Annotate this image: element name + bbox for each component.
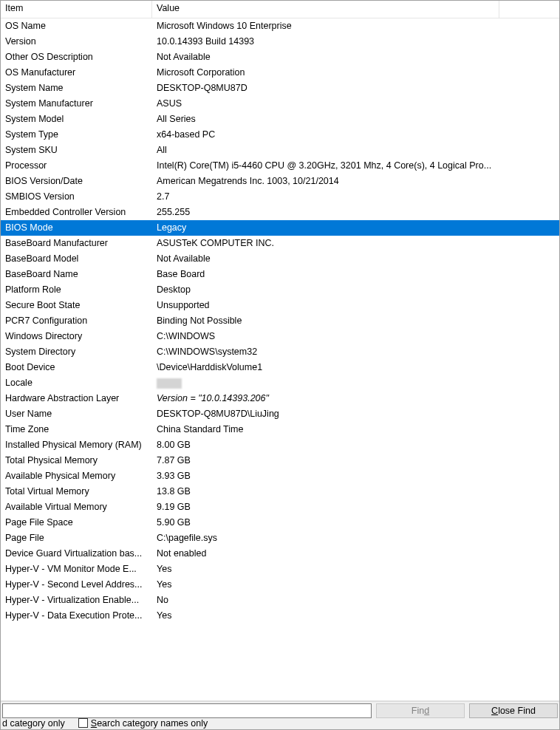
value-cell: Binding Not Possible	[152, 313, 559, 329]
table-row[interactable]: User NameDESKTOP-Q8MU87D\LiuJing	[1, 406, 559, 422]
item-cell: Available Physical Memory	[1, 468, 152, 484]
find-button[interactable]: Find	[376, 703, 465, 718]
table-row[interactable]: Boot Device\Device\HarddiskVolume1	[1, 360, 559, 375]
item-cell: Windows Directory	[1, 329, 152, 344]
table-row[interactable]: BaseBoard ManufacturerASUSTeK COMPUTER I…	[1, 236, 559, 251]
item-cell: Platform Role	[1, 282, 152, 298]
value-cell: Intel(R) Core(TM) i5-4460 CPU @ 3.20GHz,…	[152, 158, 559, 174]
column-header-value[interactable]: Value	[152, 1, 499, 18]
value-cell: All	[152, 143, 559, 158]
table-row[interactable]: System DirectoryC:\WINDOWS\system32	[1, 344, 559, 360]
value-cell: ASUS	[152, 96, 559, 112]
find-button-label: Find	[412, 706, 429, 716]
value-cell: 3.93 GB	[152, 468, 559, 484]
item-cell: BaseBoard Model	[1, 251, 152, 267]
value-cell: \Device\HarddiskVolume1	[152, 360, 559, 375]
table-row[interactable]: System Typex64-based PC	[1, 127, 559, 143]
table-row[interactable]: Hyper-V - VM Monitor Mode E...Yes	[1, 562, 559, 577]
item-cell: System SKU	[1, 143, 152, 158]
item-cell: System Model	[1, 112, 152, 127]
item-cell: Hyper-V - VM Monitor Mode E...	[1, 562, 152, 577]
value-cell: Yes	[152, 562, 559, 577]
item-cell: System Type	[1, 127, 152, 143]
item-cell: System Directory	[1, 344, 152, 360]
column-header-item[interactable]: Item	[1, 1, 152, 18]
table-row[interactable]: Page File Space5.90 GB	[1, 515, 559, 531]
find-input[interactable]	[2, 703, 372, 718]
table-row[interactable]: Time ZoneChina Standard Time	[1, 422, 559, 437]
table-row[interactable]: Hyper-V - Virtualization Enable...No	[1, 593, 559, 608]
value-cell: C:\WINDOWS	[152, 329, 559, 344]
close-find-label: Close Find	[491, 706, 536, 716]
table-row[interactable]: ProcessorIntel(R) Core(TM) i5-4460 CPU @…	[1, 158, 559, 174]
value-cell: Yes	[152, 577, 559, 593]
value-cell: 5.90 GB	[152, 515, 559, 531]
table-row[interactable]: System ModelAll Series	[1, 112, 559, 127]
table-row[interactable]: BaseBoard ModelNot Available	[1, 251, 559, 267]
table-row[interactable]: OS NameMicrosoft Windows 10 Enterprise	[1, 18, 559, 34]
item-cell: OS Name	[1, 18, 152, 34]
value-cell: Not Available	[152, 251, 559, 267]
value-cell: 255.255	[152, 205, 559, 220]
table-row[interactable]: Hyper-V - Second Level Addres...Yes	[1, 577, 559, 593]
table-row[interactable]: Hyper-V - Data Execution Prote...Yes	[1, 608, 559, 624]
table-row[interactable]: System SKUAll	[1, 143, 559, 158]
value-cell: C:\pagefile.sys	[152, 531, 559, 546]
item-cell: System Manufacturer	[1, 96, 152, 112]
details-list[interactable]: Item Value OS NameMicrosoft Windows 10 E…	[1, 1, 559, 701]
item-cell: BaseBoard Name	[1, 267, 152, 282]
item-cell: Other OS Description	[1, 50, 152, 65]
table-row[interactable]: Windows DirectoryC:\WINDOWS	[1, 329, 559, 344]
column-headers[interactable]: Item Value	[1, 1, 559, 18]
item-cell: Available Virtual Memory	[1, 499, 152, 515]
table-row[interactable]: Device Guard Virtualization bas...Not en…	[1, 546, 559, 562]
item-cell: Time Zone	[1, 422, 152, 437]
system-info-panel: Item Value OS NameMicrosoft Windows 10 E…	[0, 0, 560, 730]
table-row[interactable]: OS ManufacturerMicrosoft Corporation	[1, 65, 559, 81]
value-cell: Base Board	[152, 267, 559, 282]
table-row[interactable]: Secure Boot StateUnsupported	[1, 298, 559, 313]
table-row[interactable]: Total Physical Memory7.87 GB	[1, 453, 559, 468]
redacted-value	[157, 378, 182, 389]
table-row[interactable]: Hardware Abstraction LayerVersion = "10.…	[1, 391, 559, 406]
item-cell: SMBIOS Version	[1, 189, 152, 205]
value-cell: No	[152, 593, 559, 608]
close-find-button[interactable]: Close Find	[469, 703, 558, 718]
table-row[interactable]: Available Physical Memory3.93 GB	[1, 468, 559, 484]
table-row[interactable]: Page FileC:\pagefile.sys	[1, 531, 559, 546]
item-cell: Boot Device	[1, 360, 152, 375]
item-cell: Device Guard Virtualization bas...	[1, 546, 152, 562]
item-cell: Hyper-V - Virtualization Enable...	[1, 593, 152, 608]
table-row[interactable]: SMBIOS Version2.7	[1, 189, 559, 205]
value-cell: Yes	[152, 608, 559, 624]
table-row[interactable]: Platform RoleDesktop	[1, 282, 559, 298]
value-cell: Unsupported	[152, 298, 559, 313]
item-cell: Locale	[1, 375, 152, 391]
item-cell: BIOS Mode	[1, 220, 152, 236]
value-cell: American Megatrends Inc. 1003, 10/21/201…	[152, 174, 559, 189]
table-row[interactable]: BIOS Version/DateAmerican Megatrends Inc…	[1, 174, 559, 189]
table-row[interactable]: System ManufacturerASUS	[1, 96, 559, 112]
table-row[interactable]: System NameDESKTOP-Q8MU87D	[1, 81, 559, 96]
table-row[interactable]: Locale	[1, 375, 559, 391]
item-cell: Embedded Controller Version	[1, 205, 152, 220]
value-cell: Microsoft Corporation	[152, 65, 559, 81]
table-row[interactable]: BaseBoard NameBase Board	[1, 267, 559, 282]
table-row[interactable]: BIOS ModeLegacy	[1, 220, 559, 236]
search-category-names-label: Search category names only	[91, 718, 208, 729]
table-row[interactable]: Installed Physical Memory (RAM)8.00 GB	[1, 437, 559, 453]
table-row[interactable]: Embedded Controller Version255.255	[1, 205, 559, 220]
value-cell: C:\WINDOWS\system32	[152, 344, 559, 360]
checkbox-icon	[78, 718, 88, 728]
search-category-names-only-checkbox[interactable]: Search category names only	[78, 718, 208, 729]
table-row[interactable]: Version10.0.14393 Build 14393	[1, 34, 559, 50]
item-cell: BIOS Version/Date	[1, 174, 152, 189]
table-row[interactable]: Other OS DescriptionNot Available	[1, 50, 559, 65]
table-row[interactable]: Total Virtual Memory13.8 GB	[1, 484, 559, 499]
table-row[interactable]: Available Virtual Memory9.19 GB	[1, 499, 559, 515]
table-row[interactable]: PCR7 ConfigurationBinding Not Possible	[1, 313, 559, 329]
value-cell: 9.19 GB	[152, 499, 559, 515]
item-cell: Processor	[1, 158, 152, 174]
item-cell: Hyper-V - Data Execution Prote...	[1, 608, 152, 624]
item-cell: Hardware Abstraction Layer	[1, 391, 152, 406]
